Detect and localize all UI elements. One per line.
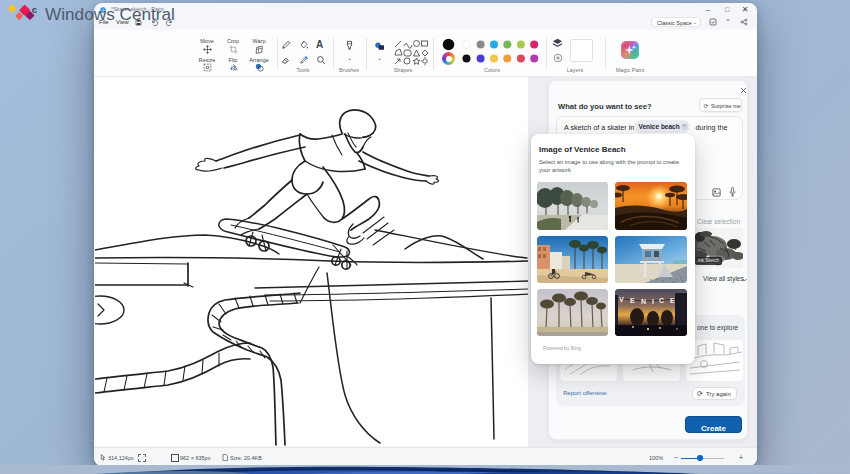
svg-text:I: I: [652, 298, 654, 305]
svg-text:N: N: [641, 298, 646, 305]
svg-text:C: C: [659, 297, 664, 304]
svg-text:V: V: [619, 296, 624, 303]
svg-text:E: E: [630, 297, 635, 304]
svg-text:Windows Central: Windows Central: [45, 4, 175, 24]
svg-text:E: E: [670, 297, 675, 304]
svg-text:c: c: [32, 4, 37, 15]
